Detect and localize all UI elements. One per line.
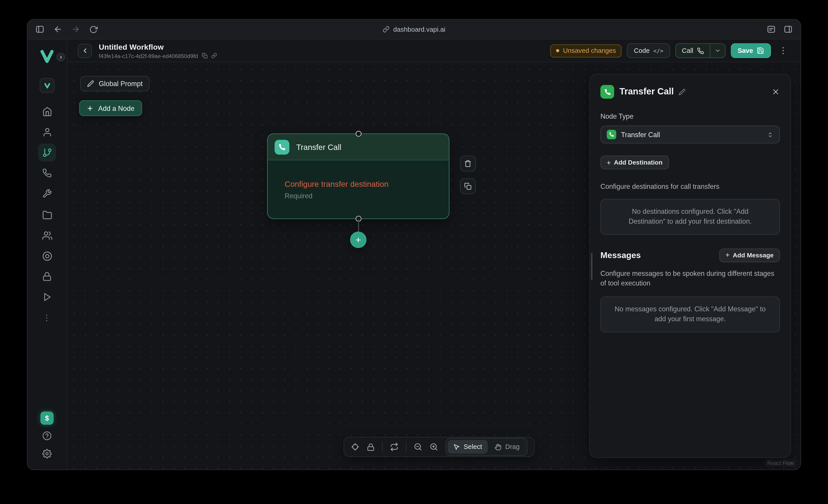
call-options-button[interactable]	[710, 44, 725, 57]
user-icon	[42, 127, 52, 137]
more-options-button[interactable]: ⋮	[776, 47, 790, 55]
zoom-out-button[interactable]	[414, 443, 422, 451]
sidebar-item-home[interactable]	[38, 102, 56, 120]
phone-icon	[607, 130, 616, 139]
plus-icon: +	[726, 252, 730, 259]
duplicate-node-button[interactable]	[460, 178, 475, 194]
phone-icon	[42, 168, 52, 178]
refresh-icon	[390, 443, 398, 451]
drag-mode-button[interactable]: Drag	[489, 440, 525, 454]
more-icon: ⋮	[43, 313, 51, 322]
dollar-icon: $	[45, 414, 49, 422]
select-mode-button[interactable]: Select	[447, 440, 488, 454]
code-icon: </>	[653, 47, 664, 54]
split-view-icon[interactable]	[784, 25, 793, 34]
workspace-button[interactable]	[40, 78, 54, 93]
add-message-button[interactable]: + Add Message	[719, 248, 780, 262]
trash-icon	[464, 160, 471, 167]
save-button[interactable]: Save	[731, 43, 771, 58]
unsaved-dot-icon	[556, 49, 560, 52]
gear-icon	[42, 449, 52, 458]
sidebar-expand-button[interactable]	[56, 53, 65, 61]
destinations-empty-state: No destinations configured. Click "Add D…	[600, 199, 780, 235]
close-panel-button[interactable]	[772, 88, 780, 96]
hand-icon	[495, 444, 502, 451]
billing-button[interactable]: $	[41, 412, 54, 425]
browser-chrome: dashboard.vapi.ai	[28, 19, 800, 40]
sidebar-toggle-icon[interactable]	[35, 25, 44, 34]
sidebar-item-tools[interactable]	[38, 185, 56, 202]
unsaved-changes-badge: Unsaved changes	[550, 44, 622, 57]
inspector-header: Transfer Call	[600, 85, 780, 99]
kebab-icon: ⋮	[779, 46, 787, 55]
node-warning: Configure transfer destination	[285, 179, 449, 188]
add-node-button[interactable]: Add a Node	[79, 100, 142, 116]
folder-icon	[42, 210, 52, 220]
sidebar-item-support[interactable]	[38, 247, 56, 265]
inspector-title: Transfer Call	[619, 87, 674, 97]
node-warning-detail: Required	[285, 192, 449, 200]
sidebar-item-phone-numbers[interactable]	[38, 164, 56, 182]
call-split-button: Call	[675, 43, 726, 58]
target-icon	[42, 251, 52, 261]
workflow-id: f43fe14a-c17c-4d2f-89ae-ed406850d9fd	[99, 53, 198, 59]
users-icon	[42, 230, 52, 240]
workflow-canvas[interactable]: Global Prompt Add a Node Transfe	[67, 62, 800, 470]
rename-node-icon[interactable]	[678, 88, 686, 95]
transfer-call-node[interactable]: Transfer Call Configure transfer destina…	[267, 134, 450, 219]
lock-icon	[367, 443, 374, 451]
browser-back-icon[interactable]	[53, 25, 62, 34]
panel-scrollbar[interactable]	[591, 253, 592, 280]
play-icon	[42, 292, 52, 302]
canvas-toolbar: Select Drag	[343, 437, 535, 457]
browser-forward-icon[interactable]	[71, 25, 80, 34]
code-button[interactable]: Code </>	[627, 43, 670, 58]
wrench-icon	[42, 189, 52, 198]
node-type-label: Node Type	[600, 112, 780, 120]
address-bar[interactable]: dashboard.vapi.ai	[383, 26, 446, 33]
fit-view-button[interactable]	[351, 443, 359, 451]
node-inspector-panel: Transfer Call Node Type Transfer Call	[589, 74, 791, 458]
add-destination-button[interactable]: + Add Destination	[600, 155, 669, 169]
reload-icon[interactable]	[89, 25, 98, 34]
help-button[interactable]	[42, 431, 52, 441]
help-icon	[42, 431, 52, 441]
sidebar-item-test[interactable]	[38, 288, 56, 306]
node-body: Configure transfer destination Required	[268, 160, 449, 218]
pointer-mode-toggle: Select Drag	[445, 438, 528, 456]
copy-link-icon[interactable]	[211, 53, 217, 59]
sidebar-item-assistants[interactable]	[38, 123, 56, 141]
auto-layout-button[interactable]	[390, 443, 398, 451]
node-type-select[interactable]: Transfer Call	[600, 126, 780, 144]
zoom-in-button[interactable]	[429, 443, 438, 451]
screenshot-root: dashboard.vapi.ai	[0, 0, 828, 504]
messages-empty-state: No messages configured. Click "Add Messa…	[600, 297, 780, 332]
chrome-right-controls	[767, 25, 793, 34]
plus-icon: +	[607, 159, 611, 166]
add-next-node-button[interactable]: +	[350, 232, 367, 248]
sidebar-item-api-keys[interactable]	[38, 268, 56, 285]
node-input-handle[interactable]	[355, 131, 361, 137]
toolbar-divider	[382, 442, 382, 452]
global-prompt-button[interactable]: Global Prompt	[80, 76, 150, 91]
node-title: Transfer Call	[296, 142, 341, 151]
reactflow-attribution: React Flow	[764, 459, 796, 467]
sidebar-item-squads[interactable]	[38, 226, 56, 244]
lock-icon	[42, 272, 52, 281]
sidebar-item-workflows[interactable]	[38, 143, 56, 162]
back-button[interactable]	[78, 44, 92, 58]
copy-icon	[464, 183, 471, 190]
header-actions: Unsaved changes Code </> Call	[550, 43, 790, 58]
sidebar-item-more[interactable]: ⋮	[38, 309, 56, 327]
call-button[interactable]: Call	[676, 44, 710, 57]
copy-id-icon[interactable]	[202, 53, 208, 59]
page-settings-icon[interactable]	[767, 25, 776, 34]
delete-node-button[interactable]	[460, 155, 475, 171]
settings-button[interactable]	[42, 449, 52, 458]
link-icon	[383, 26, 390, 33]
sidebar-item-files[interactable]	[38, 206, 56, 224]
workflow-header: Untitled Workflow f43fe14a-c17c-4d2f-89a…	[67, 40, 800, 62]
node-type-value: Transfer Call	[621, 131, 660, 138]
app-sidebar: ⋮ $	[28, 40, 67, 470]
lock-canvas-button[interactable]	[367, 443, 374, 451]
